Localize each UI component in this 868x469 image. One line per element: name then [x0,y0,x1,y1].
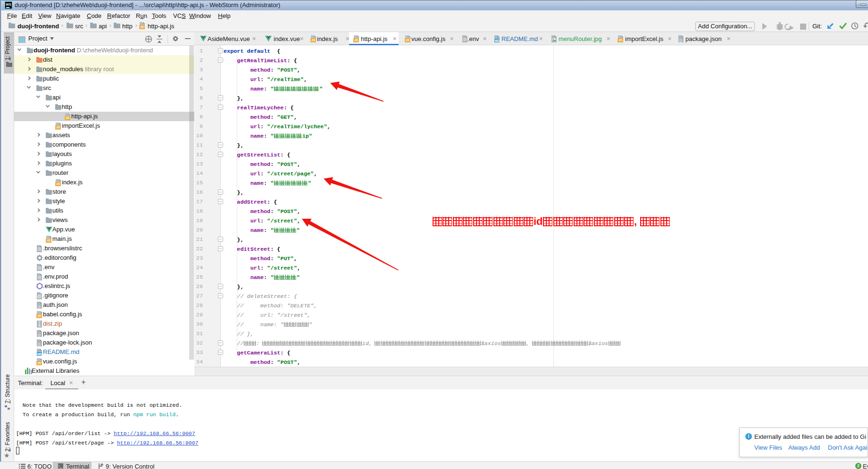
svg-text:{}: {} [679,38,682,42]
svg-text:MD: MD [37,353,42,356]
svg-text:{}: {} [38,342,41,346]
svg-text:{}: {} [38,333,41,337]
svg-text:MD: MD [495,39,500,42]
svg-text:{}: {} [38,304,41,309]
